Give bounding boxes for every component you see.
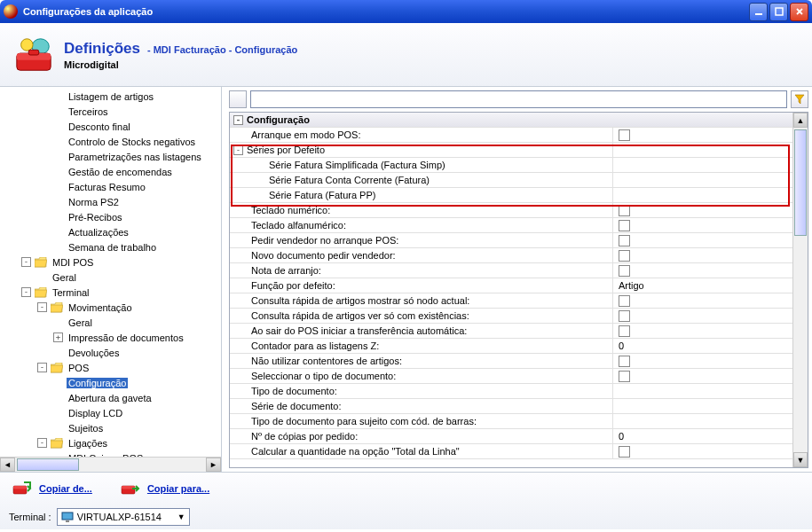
tree-item[interactable]: Gestão de encomendas (0, 164, 221, 179)
property-value-cell[interactable] (613, 293, 792, 308)
tree-expander-icon[interactable]: - (21, 287, 31, 297)
tree-item[interactable]: Parametrizações nas listagens (0, 149, 221, 164)
copy-to-link[interactable]: Copiar para... (117, 478, 209, 499)
grid-row[interactable]: Tipo de documento: (230, 384, 792, 399)
grid-row[interactable]: Contador para as listagens Z:0 (230, 339, 792, 354)
tree-item[interactable]: Geral (0, 270, 221, 285)
checkbox[interactable] (619, 129, 630, 141)
scroll-right-icon[interactable]: ► (206, 458, 221, 472)
tree-expander-icon[interactable]: - (37, 363, 47, 372)
tree-item[interactable]: Geral (0, 315, 221, 330)
checkbox[interactable] (619, 220, 630, 231)
tree-item[interactable]: Controlo de Stocks negativos (0, 134, 221, 149)
tree-item[interactable]: Desconto final (0, 119, 221, 134)
grid-row[interactable]: Nº de cópias por pedido:0 (230, 429, 792, 444)
property-value-cell[interactable] (613, 158, 792, 172)
tree-item[interactable]: Actualizações (0, 224, 221, 239)
tree-expander-icon[interactable]: - (37, 302, 47, 312)
grid-row[interactable]: Série Fatura (Fatura PP) (230, 188, 792, 203)
tree-item[interactable]: +Impressão de documentos (0, 330, 221, 345)
tree-item[interactable]: -Movimentação (0, 300, 221, 315)
tree-item[interactable]: -Ligações (0, 435, 221, 450)
property-value-cell[interactable] (613, 218, 792, 232)
close-button[interactable] (790, 3, 808, 21)
checkbox[interactable] (619, 295, 630, 307)
terminal-select[interactable]: VIRTUALXP-61514 ▼ (57, 508, 190, 526)
grid-row[interactable]: Consulta rápida de artigos ver só com ex… (230, 309, 792, 324)
grid-row[interactable]: Seleccionar o tipo de documento: (230, 369, 792, 384)
subgroup-expander-icon[interactable]: - (233, 145, 243, 155)
tree-item[interactable]: -MDI POS (0, 254, 221, 270)
checkbox[interactable] (619, 446, 630, 458)
property-value-cell[interactable] (613, 399, 792, 413)
property-value-cell[interactable] (613, 309, 792, 323)
tree-item[interactable]: Devoluções (0, 345, 221, 360)
checkbox[interactable] (619, 265, 630, 277)
tree-expander-icon[interactable]: + (53, 332, 63, 342)
scroll-down-icon[interactable]: ▼ (793, 452, 808, 467)
checkbox[interactable] (619, 310, 630, 322)
property-value-cell[interactable] (613, 233, 792, 247)
grid-row[interactable]: Série Fatura Simplificada (Factura Simp) (230, 158, 792, 173)
grid-row[interactable]: Pedir vendedor no arranque POS: (230, 233, 792, 248)
property-value-cell[interactable] (613, 203, 792, 217)
property-value-cell[interactable] (613, 188, 792, 202)
grid-row[interactable]: Ao sair do POS iniciar a transferência a… (230, 324, 792, 339)
property-value-cell[interactable]: Artigo (613, 278, 792, 293)
checkbox[interactable] (619, 235, 630, 246)
grid-row[interactable]: Série de documento: (230, 399, 792, 414)
scroll-up-icon[interactable]: ▲ (793, 113, 808, 128)
tree-item[interactable]: Sujeitos (0, 420, 221, 435)
tree-item[interactable]: MDI Caixa - POS (0, 450, 221, 457)
grid-row[interactable]: Calcular a quantidade na opção "Total da… (230, 444, 792, 459)
property-value-cell[interactable] (613, 354, 792, 368)
property-value-cell[interactable] (613, 248, 792, 262)
grid-row[interactable]: Teclado alfanumérico: (230, 218, 792, 233)
property-value-cell[interactable] (613, 384, 792, 398)
property-value-cell[interactable] (613, 263, 792, 278)
tree-item[interactable]: Pré-Recibos (0, 209, 221, 224)
grid-row[interactable]: Nota de arranjo: (230, 263, 792, 278)
checkbox[interactable] (619, 356, 630, 367)
grid-row[interactable]: Série Fatura Conta Corrente (Fatura) (230, 173, 792, 188)
group-expander-icon[interactable]: - (233, 115, 243, 125)
property-value-cell[interactable]: 0 (613, 429, 792, 443)
checkbox[interactable] (619, 205, 630, 216)
grid-row[interactable]: Teclado numérico: (230, 203, 792, 218)
scroll-left-icon[interactable]: ◄ (0, 458, 15, 472)
grid-row[interactable]: Tipo de documento para sujeito com cód. … (230, 414, 792, 429)
tree-item[interactable]: -POS (0, 360, 221, 375)
maximize-button[interactable] (769, 3, 788, 21)
tree-item[interactable]: Semana de trabalho (0, 239, 221, 254)
grid-row[interactable]: Não utilizar contentores de artigos: (230, 354, 792, 369)
property-value-cell[interactable] (613, 414, 792, 428)
minimize-button[interactable] (749, 3, 768, 21)
filter-button[interactable] (791, 90, 808, 108)
scroll-thumb[interactable] (17, 458, 79, 471)
tree-item[interactable]: Configuração (0, 375, 221, 390)
grid-group-header[interactable]: -Configuração (230, 113, 792, 128)
property-grid[interactable]: -ConfiguraçãoArranque em modo POS:-Série… (229, 112, 808, 468)
property-value-cell[interactable] (613, 444, 792, 458)
tree-item[interactable]: -Terminal (0, 285, 221, 300)
tree-item[interactable]: Abertura da gaveta (0, 390, 221, 405)
property-value-cell[interactable] (613, 369, 792, 383)
grid-row[interactable]: -Séries por Defeito (230, 143, 792, 158)
copy-from-link[interactable]: Copiar de... (9, 478, 92, 499)
grid-row[interactable]: Função por defeito:Artigo (230, 278, 792, 293)
checkbox[interactable] (619, 325, 630, 337)
property-value-cell[interactable] (613, 324, 792, 338)
scroll-thumb[interactable] (794, 129, 807, 236)
tree-item[interactable]: Terceiros (0, 104, 221, 119)
property-value-cell[interactable] (613, 128, 792, 142)
tree-item[interactable]: Facturas Resumo (0, 179, 221, 194)
property-value-cell[interactable] (613, 143, 792, 157)
tree-item[interactable]: Norma PS2 (0, 194, 221, 209)
grid-row[interactable]: Novo documento pedir vendedor: (230, 248, 792, 263)
tree-expander-icon[interactable]: - (37, 438, 47, 448)
search-input[interactable] (250, 90, 787, 108)
grid-row[interactable]: Consulta rápida de artigos mostrar só no… (230, 293, 792, 309)
checkbox[interactable] (619, 371, 630, 382)
grid-row[interactable]: Arranque em modo POS: (230, 128, 792, 143)
checkbox[interactable] (619, 250, 630, 262)
